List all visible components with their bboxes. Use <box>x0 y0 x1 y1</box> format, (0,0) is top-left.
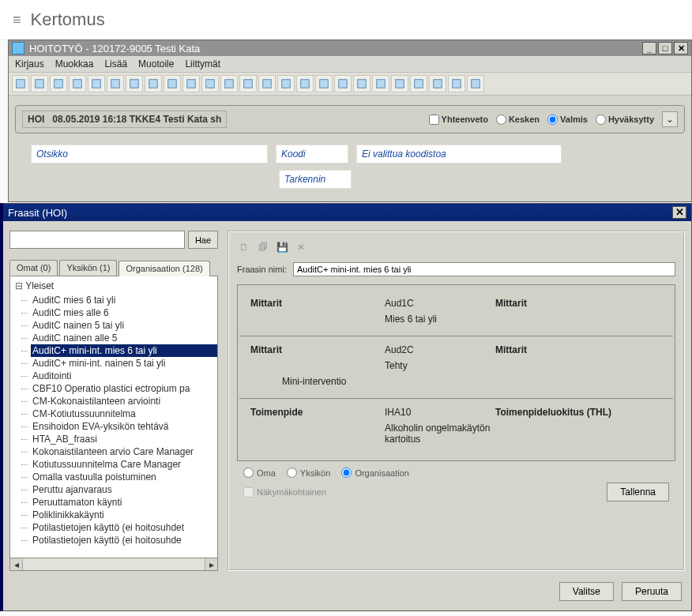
app-window: HOITOTYÖ - 120172-9005 Testi Kata _ □ ✕ … <box>8 39 692 40</box>
hamburger-icon[interactable]: ≡ <box>13 12 21 28</box>
page-title: Kertomus <box>31 9 105 30</box>
